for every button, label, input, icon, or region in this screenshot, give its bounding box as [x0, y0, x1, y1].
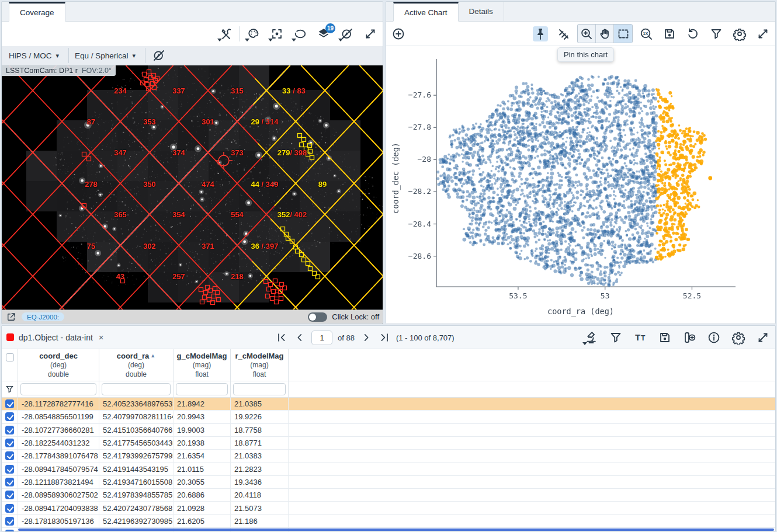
expand-table-icon[interactable] [755, 330, 771, 345]
chart-off-icon[interactable] [556, 26, 571, 41]
row-checkbox[interactable] [5, 451, 14, 460]
filter-table-icon[interactable] [608, 330, 623, 345]
row-checkbox[interactable] [5, 491, 14, 499]
row-checkbox[interactable] [5, 530, 14, 531]
cell-g_cModelMag: 21.6354 [174, 450, 231, 462]
tools-icon[interactable] [218, 26, 234, 41]
expand-chart-icon[interactable] [755, 26, 771, 41]
close-table-icon[interactable]: × [99, 332, 104, 342]
info-icon[interactable] [706, 330, 722, 345]
table-row[interactable]: -28.0854885650119952.40799708281116420.9… [2, 411, 775, 423]
select-area-icon[interactable] [293, 26, 308, 41]
cell-coord_ra: 52.40523364897653 [99, 398, 174, 410]
cell-r_cModelMag: 19.9226 [231, 411, 289, 423]
page-input[interactable] [311, 331, 332, 345]
layers-icon[interactable]: 19 [316, 26, 331, 41]
row-checkbox[interactable] [5, 439, 14, 447]
palette-icon[interactable] [246, 26, 261, 41]
filter-input-coord_dec[interactable] [20, 383, 96, 395]
row-checkbox[interactable] [5, 412, 14, 421]
table-row[interactable]: -28.17784389107647852.41793992675799521.… [2, 450, 775, 463]
filter-input-r_cModelMag[interactable] [233, 383, 286, 395]
cell-g_cModelMag: 21.0115 [174, 463, 231, 475]
table-body: -28.1172878277741652.4052336489765321.89… [2, 398, 775, 531]
row-checkbox[interactable] [5, 399, 14, 408]
table-settings-icon[interactable] [731, 330, 746, 345]
chart-settings-icon[interactable] [732, 26, 747, 41]
prev-page-icon[interactable] [293, 331, 306, 344]
table-color-marker [6, 333, 14, 341]
microscope-icon[interactable] [584, 330, 599, 345]
add-column-icon[interactable] [682, 330, 697, 345]
recenter-icon[interactable] [269, 26, 285, 41]
cell-r_cModelMag: 21.2823 [231, 463, 289, 475]
pan-icon[interactable] [596, 25, 614, 43]
click-lock-label: Click Lock: off [332, 312, 379, 321]
grid-off-icon[interactable] [151, 48, 166, 63]
image-status-bar: EQ-J2000: Click Lock: off [2, 310, 383, 324]
chart-area[interactable] [386, 46, 775, 324]
sky-image-viewer[interactable]: 23433731533 / 838735330129 / 31434737437… [2, 65, 383, 324]
table-row[interactable]: -28.1211887382149452.4193471601550820.30… [2, 476, 775, 489]
app-root: { "coverage_panel": { "tab": "Coverage",… [0, 0, 777, 532]
restore-chart-icon[interactable] [685, 26, 700, 41]
tab-active-chart[interactable]: Active Chart [393, 2, 459, 22]
rect-select-icon[interactable] [614, 25, 632, 43]
cell-coord_ra: 52.41978394855785 [99, 489, 174, 501]
first-page-icon[interactable] [275, 331, 288, 344]
expand-icon[interactable] [363, 26, 378, 41]
text-view-icon[interactable]: TT [633, 330, 648, 345]
column-header-coord_ra[interactable]: coord_ra▲(deg)double [99, 349, 174, 381]
pin-chart-icon[interactable] [533, 26, 548, 41]
table-row[interactable]: -28.08941720409383852.4207243077856821.0… [2, 502, 775, 514]
sky-canvas[interactable] [2, 65, 383, 311]
tab-coverage[interactable]: Coverage [9, 2, 65, 22]
column-header-g_cModelMag[interactable]: g_cModelMag(mag)float [174, 349, 231, 381]
row-checkbox[interactable] [5, 517, 14, 526]
table-row[interactable]: -28.1781830519713652.4219639273098521.62… [2, 515, 775, 528]
table-row[interactable]: -28.182254403123252.41775456503443620.19… [2, 437, 775, 450]
table-row[interactable]: -28.08941784507957452.419144354319521.01… [2, 463, 775, 475]
column-header-r_cModelMag[interactable]: r_cModelMag(mag)float [231, 349, 289, 381]
save-table-icon[interactable] [657, 330, 672, 345]
filter-chart-icon[interactable] [709, 26, 724, 41]
coverage-subbar: HiPS / MOC ▾ Equ / Spherical ▾ [2, 46, 383, 65]
table-title: dp1.Object - data-int [19, 333, 93, 342]
table-hscrollbar[interactable] [18, 528, 774, 531]
add-chart-icon[interactable] [391, 26, 406, 41]
table-row[interactable]: -28.1172878277741652.4052336489765321.89… [2, 398, 775, 411]
row-checkbox[interactable] [5, 465, 14, 474]
zoom-original-icon[interactable]: 1X [639, 26, 654, 41]
row-checkbox[interactable] [5, 478, 14, 486]
cell-r_cModelMag: 21.186 [231, 515, 289, 527]
save-chart-icon[interactable] [662, 26, 677, 41]
last-page-icon[interactable] [378, 331, 391, 344]
layers-count-badge: 19 [325, 23, 335, 33]
table-tab[interactable]: dp1.Object - data-int × [2, 332, 110, 342]
chart-tabbar: Active Chart Details [386, 2, 775, 22]
next-page-icon[interactable] [360, 331, 373, 344]
zoom-in-icon[interactable] [578, 25, 596, 43]
chart-canvas[interactable] [386, 46, 775, 324]
filter-input-coord_ra[interactable] [102, 383, 171, 395]
table-toolbar: TT [584, 326, 771, 349]
row-checkbox[interactable] [5, 426, 14, 434]
cell-coord_dec: -28.17818305197136 [18, 515, 99, 527]
column-header-coord_dec[interactable]: coord_dec(deg)double [18, 349, 99, 381]
dropdown-caret-icon [292, 39, 296, 41]
table-row[interactable]: -28.08958930602750252.4197839485578520.6… [2, 489, 775, 502]
click-lock-toggle[interactable] [308, 312, 327, 322]
rotate-north-off-icon[interactable] [339, 26, 355, 41]
external-link-icon[interactable] [5, 311, 17, 323]
filter-input-g_cModelMag[interactable] [176, 383, 228, 395]
hips-moc-dropdown[interactable]: HiPS / MOC ▾ [9, 51, 59, 60]
select-all-checkbox[interactable] [6, 353, 14, 361]
table-row[interactable]: -28.1072773666028152.4151035664076619.90… [2, 424, 775, 437]
projection-dropdown[interactable]: Equ / Spherical ▾ [75, 51, 136, 60]
pagination: of 88 (1 - 100 of 8,707) [275, 326, 455, 349]
cell-coord_dec: -28.12118873821494 [18, 476, 99, 488]
tab-details[interactable]: Details [459, 2, 504, 21]
row-checkbox[interactable] [5, 504, 14, 513]
cell-coord_dec: -28.177843891076478 [18, 450, 99, 462]
svg-text:T: T [635, 332, 640, 342]
